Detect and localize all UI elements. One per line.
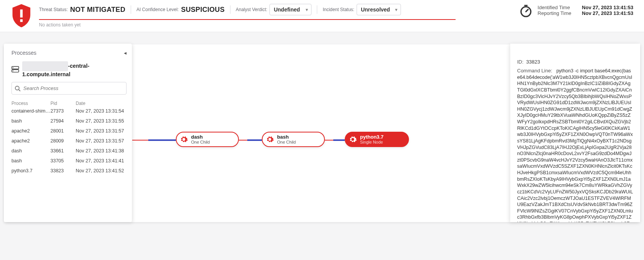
svg-point-9	[15, 86, 19, 90]
node-details-panel: ID: 33823 Command Line: python3 -c impor…	[510, 44, 640, 222]
process-row[interactable]: apache228009Nov 27, 2023 13:31:57	[11, 136, 127, 146]
server-icon	[11, 66, 19, 73]
svg-point-8	[13, 70, 13, 71]
incident-status-label: Incident Status:	[323, 7, 354, 12]
cell-date: Nov 27, 2023 13:31:54	[76, 108, 127, 114]
graph-edge	[132, 140, 148, 141]
detail-id: ID: 33823	[517, 59, 633, 65]
reporting-time-label: Reporting Time	[538, 10, 578, 16]
col-process: Process	[11, 101, 50, 106]
actions-summary: No actions taken yet	[39, 22, 513, 28]
cell-pid: 28009	[50, 138, 76, 144]
body: Export 62% dash One Child	[0, 32, 644, 237]
graph-node-dash[interactable]: dash One Child	[176, 132, 239, 147]
incident-header: Threat Status: NOT MITIGATED AI Confiden…	[0, 0, 644, 32]
node-subtitle: Single Node	[360, 140, 383, 144]
ai-confidence: AI Confidence Level: SUSPICIOUS	[136, 6, 225, 14]
id-value: 33823	[526, 59, 540, 65]
svg-point-7	[13, 67, 13, 68]
graph-edge	[247, 139, 262, 141]
ai-confidence-label: AI Confidence Level:	[136, 7, 179, 12]
cell-process: apache2	[11, 128, 50, 134]
cell-date: Nov 27, 2023 13:41:52	[76, 168, 127, 173]
header-main: Threat Status: NOT MITIGATED AI Confiden…	[39, 4, 513, 28]
processes-title: Processes	[11, 50, 36, 56]
processes-panel: Processes ◂ -central-1.compute.internal	[4, 44, 132, 222]
gear-icon	[266, 135, 274, 144]
id-label: ID:	[517, 59, 524, 65]
graph-edge	[148, 139, 176, 141]
incident-status-select[interactable]: Unresolved ▾	[357, 4, 401, 15]
node-subtitle: One Child	[277, 140, 296, 144]
gear-icon	[180, 135, 188, 144]
analyst-verdict: Analyst Verdict: Undefined ▾	[236, 4, 312, 15]
incident-status-value: Unresolved	[361, 7, 390, 13]
cmd-value: python3 -c import base64;exec(base64.b64…	[517, 68, 633, 222]
process-graph-panel: Export 62% dash One Child	[4, 44, 640, 222]
graph-node-bash[interactable]: bash One Child	[262, 132, 325, 147]
node-title: bash	[277, 134, 296, 140]
threat-status-label: Threat Status:	[39, 7, 68, 12]
cell-process: apache2	[11, 138, 50, 144]
cell-date: Nov 27, 2023 13:41:41	[76, 158, 127, 164]
incident-status: Incident Status: Unresolved ▾	[323, 4, 401, 15]
cell-process: dash	[11, 148, 50, 154]
stopwatch-icon	[519, 5, 532, 18]
cell-process: python3.7	[11, 168, 50, 173]
cell-pid: 28001	[50, 128, 76, 134]
status-row: Threat Status: NOT MITIGATED AI Confiden…	[39, 4, 513, 15]
node-title: python3.7	[360, 134, 383, 140]
cmd-label: Command Line:	[517, 68, 552, 74]
process-row[interactable]: containerd-shim-…27373Nov 27, 2023 13:31…	[11, 106, 127, 116]
ai-confidence-value: SUSPICIOUS	[181, 6, 225, 14]
cell-process: bash	[11, 158, 50, 164]
redacted-segment	[22, 61, 68, 71]
cell-process: bash	[11, 118, 50, 124]
process-row[interactable]: dash33661Nov 27, 2023 13:41:38	[11, 146, 127, 156]
accent-divider	[39, 19, 456, 20]
cell-pid: 27594	[50, 118, 76, 124]
identified-time-value: Nov 27, 2023 13:41:53	[582, 5, 633, 10]
cell-date: Nov 27, 2023 13:31:57	[76, 138, 127, 144]
process-search-input[interactable]	[11, 82, 127, 95]
process-table-body: containerd-shim-…27373Nov 27, 2023 13:31…	[11, 106, 127, 176]
cell-date: Nov 27, 2023 13:41:38	[76, 148, 127, 154]
graph-node-python[interactable]: python3.7 Single Node	[345, 132, 409, 147]
shield-alert-icon	[11, 4, 32, 28]
col-pid: Pid	[50, 101, 76, 106]
divider	[230, 5, 230, 14]
search-wrap	[11, 82, 127, 95]
graph-edge	[239, 140, 247, 141]
cell-date: Nov 27, 2023 13:31:57	[76, 128, 127, 134]
process-row[interactable]: python3.733823Nov 27, 2023 13:41:52	[11, 166, 127, 176]
analyst-verdict-value: Undefined	[274, 7, 300, 13]
threat-status-value: NOT MITIGATED	[70, 6, 125, 14]
header-times: Identified Time Nov 27, 2023 13:41:53 Re…	[519, 4, 633, 18]
identified-time-label: Identified Time	[538, 5, 578, 10]
gear-icon	[349, 135, 357, 144]
svg-rect-0	[20, 10, 23, 18]
analyst-verdict-select[interactable]: Undefined ▾	[269, 4, 311, 15]
cell-pid: 33661	[50, 148, 76, 154]
threat-shield	[11, 4, 32, 29]
cell-pid: 27373	[50, 108, 76, 114]
svg-rect-3	[524, 5, 527, 6]
node-subtitle: One Child	[191, 140, 210, 144]
graph-edge	[333, 139, 345, 141]
time-block: Identified Time Nov 27, 2023 13:41:53 Re…	[538, 5, 633, 16]
host-name: -central-1.compute.internal	[22, 61, 127, 77]
cell-process: containerd-shim-…	[11, 108, 50, 114]
process-table-header: Process Pid Date	[11, 101, 127, 106]
search-icon	[15, 85, 21, 92]
divider	[317, 5, 317, 14]
cell-pid: 33823	[50, 168, 76, 173]
svg-rect-1	[20, 19, 23, 22]
process-row[interactable]: apache228001Nov 27, 2023 13:31:57	[11, 126, 127, 136]
process-row[interactable]: bash27594Nov 27, 2023 13:31:55	[11, 116, 127, 126]
chevron-down-icon: ▾	[395, 7, 397, 12]
cell-date: Nov 27, 2023 13:31:55	[76, 118, 127, 124]
cell-pid: 33705	[50, 158, 76, 164]
collapse-button[interactable]: ◂	[124, 50, 127, 56]
svg-line-4	[526, 10, 528, 12]
process-row[interactable]: bash33705Nov 27, 2023 13:41:41	[11, 156, 127, 166]
